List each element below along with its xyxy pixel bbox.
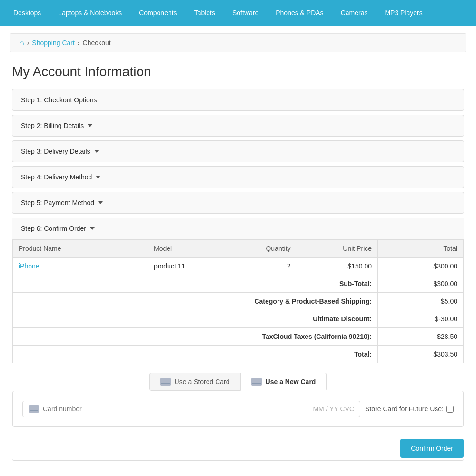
store-card-label: Store Card for Future Use: [365, 405, 454, 413]
home-icon[interactable]: ⌂ [20, 39, 24, 47]
summary-row-2: Ultimate Discount: $-30.00 [13, 310, 464, 328]
col-unit-price: Unit Price [297, 240, 377, 258]
col-total: Total [378, 240, 464, 258]
total-value: $303.50 [378, 346, 464, 363]
top-navigation: Desktops Laptops & Notebooks Components … [0, 0, 476, 26]
summary-row-0: Sub-Total: $300.00 [13, 275, 464, 293]
stored-card-label: Use a Stored Card [175, 378, 230, 386]
step-6-panel: Step 6: Confirm Order Product Name Model… [12, 218, 464, 461]
confirm-row: Confirm Order [12, 434, 464, 460]
step-2-label: Step 2: Billing Details [21, 122, 84, 129]
page-content: My Account Information Step 1: Checkout … [0, 60, 476, 476]
breadcrumb: ⌂ › Shopping Cart › Checkout [10, 33, 466, 52]
shipping-label: Category & Product-Based Shipping: [13, 293, 378, 310]
step-6-caret-icon [90, 227, 95, 230]
step-5-header[interactable]: Step 5: Payment Method [12, 192, 464, 213]
new-card-tab[interactable]: Use a New Card [241, 373, 327, 391]
nav-mp3[interactable]: MP3 Players [376, 0, 431, 26]
step-4-header[interactable]: Step 4: Delivery Method [12, 167, 464, 188]
col-product-name: Product Name [13, 240, 148, 258]
breadcrumb-sep-1: › [27, 39, 30, 47]
step-2-caret-icon [88, 124, 92, 127]
breadcrumb-shopping-cart[interactable]: Shopping Cart [32, 39, 75, 47]
nav-cameras[interactable]: Cameras [332, 0, 377, 26]
discount-value: $-30.00 [378, 310, 464, 328]
card-form-area: MM / YY CVC Store Card for Future Use: [12, 391, 464, 427]
step-3-header[interactable]: Step 3: Delivery Details [12, 141, 464, 162]
payment-tabs: Use a Stored Card Use a New Card [12, 363, 464, 391]
quantity-cell: 2 [229, 258, 297, 275]
step-1-label: Step 1: Checkout Options [21, 96, 97, 104]
total-cell: $300.00 [378, 258, 464, 275]
summary-row-4: Total: $303.50 [13, 346, 464, 363]
tax-label: TaxCloud Taxes (California 90210): [13, 328, 378, 346]
confirm-order-button[interactable]: Confirm Order [400, 439, 464, 458]
tax-value: $28.50 [378, 328, 464, 346]
total-label: Total: [13, 346, 378, 363]
step-3-label: Step 3: Delivery Details [21, 148, 90, 155]
stored-card-icon [160, 378, 171, 386]
step-5-panel: Step 5: Payment Method [12, 192, 464, 214]
new-card-label: Use a New Card [266, 378, 316, 386]
card-number-icon [29, 405, 39, 413]
step-4-label: Step 4: Delivery Method [21, 173, 92, 181]
nav-components[interactable]: Components [130, 0, 185, 26]
col-quantity: Quantity [229, 240, 297, 258]
breadcrumb-checkout: Checkout [83, 39, 111, 47]
table-row: iPhone product 11 2 $150.00 $300.00 [13, 258, 464, 275]
subtotal-value: $300.00 [378, 275, 464, 293]
subtotal-label: Sub-Total: [13, 275, 378, 293]
product-link[interactable]: iPhone [19, 262, 40, 270]
step-1-panel: Step 1: Checkout Options [12, 89, 464, 111]
nav-phones[interactable]: Phones & PDAs [267, 0, 332, 26]
step-3-caret-icon [94, 150, 99, 153]
step-6-label: Step 6: Confirm Order [21, 225, 86, 232]
step-2-header[interactable]: Step 2: Billing Details [12, 115, 464, 136]
step-6-header[interactable]: Step 6: Confirm Order [12, 218, 464, 239]
step-5-label: Step 5: Payment Method [21, 199, 94, 207]
summary-row-1: Category & Product-Based Shipping: $5.00 [13, 293, 464, 310]
step-5-caret-icon [98, 201, 103, 204]
step-3-panel: Step 3: Delivery Details [12, 140, 464, 162]
card-number-wrapper: MM / YY CVC [22, 401, 360, 417]
col-model: Model [148, 240, 229, 258]
step-4-panel: Step 4: Delivery Method [12, 166, 464, 188]
stored-card-tab[interactable]: Use a Stored Card [149, 373, 241, 391]
nav-tablets[interactable]: Tablets [186, 0, 224, 26]
shipping-value: $5.00 [378, 293, 464, 310]
unit-price-cell: $150.00 [297, 258, 377, 275]
card-number-input[interactable] [43, 405, 309, 413]
new-card-icon [251, 378, 262, 386]
step-1-header[interactable]: Step 1: Checkout Options [12, 89, 464, 110]
page-title: My Account Information [12, 64, 464, 79]
table-header-row: Product Name Model Quantity Unit Price T… [13, 240, 464, 258]
model-cell: product 11 [148, 258, 229, 275]
expiry-cvc-placeholder: MM / YY CVC [313, 405, 354, 413]
store-card-checkbox[interactable] [446, 406, 454, 413]
discount-label: Ultimate Discount: [13, 310, 378, 328]
breadcrumb-sep-2: › [78, 39, 80, 47]
summary-row-3: TaxCloud Taxes (California 90210): $28.5… [13, 328, 464, 346]
nav-desktops[interactable]: Desktops [5, 0, 50, 26]
card-input-row: MM / YY CVC Store Card for Future Use: [22, 401, 454, 417]
nav-laptops[interactable]: Laptops & Notebooks [50, 0, 130, 26]
store-card-text: Store Card for Future Use: [365, 405, 444, 413]
step-4-caret-icon [96, 176, 100, 178]
nav-software[interactable]: Software [224, 0, 267, 26]
order-table: Product Name Model Quantity Unit Price T… [12, 239, 464, 363]
product-name-cell: iPhone [13, 258, 148, 275]
step-2-panel: Step 2: Billing Details [12, 115, 464, 137]
